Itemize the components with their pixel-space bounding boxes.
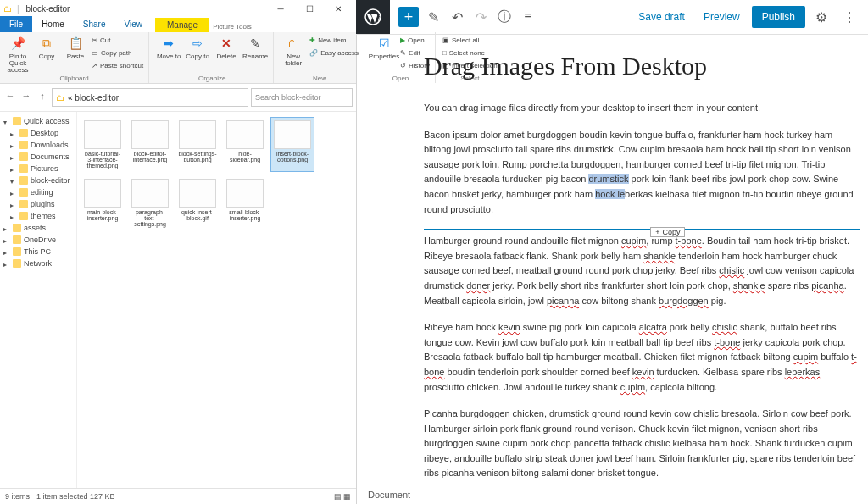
expand-icon[interactable] bbox=[10, 201, 17, 208]
paragraph-intro[interactable]: You can drag image files directly from y… bbox=[424, 101, 860, 116]
nav-tree[interactable]: Quick accessDesktopDownloadsDocumentsPic… bbox=[0, 112, 77, 488]
expand-icon[interactable] bbox=[3, 236, 10, 243]
expand-icon[interactable] bbox=[3, 260, 10, 267]
expand-icon[interactable] bbox=[3, 224, 10, 231]
info-button[interactable]: ⓘ bbox=[495, 8, 514, 26]
tree-item[interactable]: OneDrive bbox=[2, 234, 75, 246]
file-name: block-editor-interface.png bbox=[131, 151, 170, 163]
file-thumbnail[interactable]: basic-tutorial-3-interface-themed.png bbox=[81, 117, 125, 172]
undo-button[interactable]: ↶ bbox=[448, 8, 466, 26]
more-button[interactable]: ⋮ bbox=[837, 9, 861, 25]
delete-button[interactable]: ✕Delete bbox=[214, 34, 239, 60]
tree-item[interactable]: This PC bbox=[2, 246, 75, 258]
file-thumbnail[interactable]: quick-insert-block.gif bbox=[175, 175, 220, 230]
maximize-button[interactable]: ☐ bbox=[295, 0, 324, 17]
copy-button[interactable]: ⧉Copy bbox=[34, 34, 59, 60]
save-draft-button[interactable]: Save draft bbox=[632, 8, 692, 26]
minimize-button[interactable]: ─ bbox=[266, 0, 295, 17]
expand-icon[interactable] bbox=[10, 153, 17, 160]
text-selection: drumstick bbox=[588, 174, 628, 184]
copy-to-button[interactable]: ⇨Copy to bbox=[185, 34, 210, 60]
preview-button[interactable]: Preview bbox=[697, 8, 747, 26]
view-details-button[interactable]: ▤ bbox=[334, 492, 342, 501]
drop-cursor-label: +Copy bbox=[650, 227, 685, 237]
breadcrumb-document[interactable]: Document bbox=[368, 490, 410, 500]
nav-bar: ← → ↑ 🗀 « block-editor Search block-edit… bbox=[0, 84, 356, 112]
tree-label: Network bbox=[24, 259, 52, 268]
tree-item[interactable]: Pictures bbox=[2, 163, 75, 174]
expand-icon[interactable] bbox=[10, 141, 17, 148]
status-bar: 9 items 1 item selected 127 KB ▤ ▦ bbox=[0, 488, 356, 504]
paragraph-3[interactable]: Ribeye ham hock kevin swine pig pork loi… bbox=[424, 320, 860, 395]
paste-button[interactable]: 📋Paste bbox=[63, 34, 88, 60]
expand-icon[interactable] bbox=[3, 248, 10, 255]
add-block-button[interactable]: + bbox=[398, 7, 419, 27]
forward-button[interactable]: → bbox=[19, 91, 33, 104]
tree-item[interactable]: block-editor bbox=[2, 174, 75, 186]
view-thumbnails-button[interactable]: ▦ bbox=[343, 492, 351, 501]
new-item-button[interactable]: ✚New item bbox=[309, 34, 359, 46]
paragraph-2[interactable]: Hamburger ground round andouille filet m… bbox=[424, 234, 860, 308]
expand-icon[interactable] bbox=[10, 130, 17, 136]
tab-view[interactable]: View bbox=[115, 17, 153, 32]
tab-home[interactable]: Home bbox=[32, 17, 74, 32]
cut-button[interactable]: ✂Cut bbox=[92, 34, 143, 46]
expand-icon[interactable] bbox=[10, 189, 17, 196]
folder-icon bbox=[13, 247, 21, 256]
file-thumbnail[interactable]: block-editor-interface.png bbox=[128, 117, 172, 172]
tree-item[interactable]: Downloads bbox=[2, 139, 75, 151]
file-thumbnail[interactable]: main-block-inserter.png bbox=[81, 175, 125, 230]
folder-icon bbox=[19, 164, 28, 173]
pin-to-quick-access-button[interactable]: 📌Pin to Quick access bbox=[5, 34, 31, 74]
tab-file[interactable]: File bbox=[0, 16, 32, 32]
file-thumbnail[interactable]: hide-sidebar.png bbox=[223, 117, 267, 172]
publish-button[interactable]: Publish bbox=[752, 6, 805, 28]
file-thumbnail[interactable]: small-block-inserter.png bbox=[223, 175, 267, 230]
up-button[interactable]: ↑ bbox=[36, 91, 49, 104]
expand-icon[interactable] bbox=[10, 213, 17, 219]
file-thumbnail[interactable]: paragraph-text-settings.png bbox=[128, 175, 172, 230]
search-input[interactable]: Search block-editor bbox=[251, 88, 353, 107]
file-thumbnail[interactable]: insert-block-options.png bbox=[270, 117, 314, 172]
expand-icon[interactable] bbox=[3, 118, 10, 125]
tree-item[interactable]: Network bbox=[2, 258, 75, 269]
file-list[interactable]: basic-tutorial-3-interface-themed.pngblo… bbox=[77, 112, 356, 488]
edit-mode-button[interactable]: ✎ bbox=[424, 8, 442, 26]
file-thumbnail[interactable]: block-settings-button.png bbox=[175, 117, 220, 172]
outline-button[interactable]: ≡ bbox=[519, 8, 537, 26]
redo-button[interactable]: ↷ bbox=[471, 8, 490, 26]
tree-item[interactable]: assets bbox=[2, 222, 75, 234]
rename-button[interactable]: ✎Rename bbox=[242, 34, 268, 60]
move-to-button[interactable]: ➡Move to bbox=[156, 34, 181, 60]
new-folder-icon: 🗀 bbox=[284, 34, 303, 53]
new-folder-button[interactable]: 🗀New folder bbox=[281, 34, 306, 67]
editor-footer[interactable]: Document bbox=[356, 485, 868, 504]
settings-button[interactable]: ⚙ bbox=[810, 9, 832, 25]
tree-item[interactable]: Quick access bbox=[2, 115, 75, 127]
tab-share[interactable]: Share bbox=[74, 17, 115, 32]
close-button[interactable]: ✕ bbox=[324, 0, 353, 17]
tree-item[interactable]: editing bbox=[2, 186, 75, 198]
back-button[interactable]: ← bbox=[3, 91, 17, 104]
address-bar[interactable]: 🗀 « block-editor bbox=[52, 88, 248, 107]
tree-item[interactable]: Documents bbox=[2, 151, 75, 163]
thumbnail-preview bbox=[84, 120, 121, 149]
window-title: block-editor bbox=[26, 4, 70, 14]
paste-shortcut-button[interactable]: ↗Paste shortcut bbox=[92, 59, 143, 71]
editor-canvas[interactable]: Drag Images From Desktop You can drag im… bbox=[356, 35, 868, 485]
shortcut-icon: ↗ bbox=[92, 62, 97, 69]
post-title[interactable]: Drag Images From Desktop bbox=[424, 52, 860, 80]
tree-item[interactable]: themes bbox=[2, 210, 75, 222]
expand-icon[interactable] bbox=[10, 177, 17, 184]
tree-item[interactable]: plugins bbox=[2, 198, 75, 210]
thumbnail-preview bbox=[84, 179, 121, 208]
easy-access-button[interactable]: 🔗Easy access bbox=[309, 47, 359, 58]
tree-item[interactable]: Desktop bbox=[2, 127, 75, 139]
tab-manage[interactable]: Manage bbox=[155, 18, 209, 32]
folder-icon bbox=[19, 176, 28, 185]
copy-path-button[interactable]: ▭Copy path bbox=[92, 47, 143, 58]
paragraph-1[interactable]: Bacon ipsum dolor amet burgdoggen boudin… bbox=[424, 128, 860, 218]
wordpress-logo[interactable] bbox=[356, 0, 390, 34]
expand-icon[interactable] bbox=[10, 165, 17, 172]
paragraph-4[interactable]: Picanha burgdoggen chicken, drumstick gr… bbox=[424, 407, 860, 481]
